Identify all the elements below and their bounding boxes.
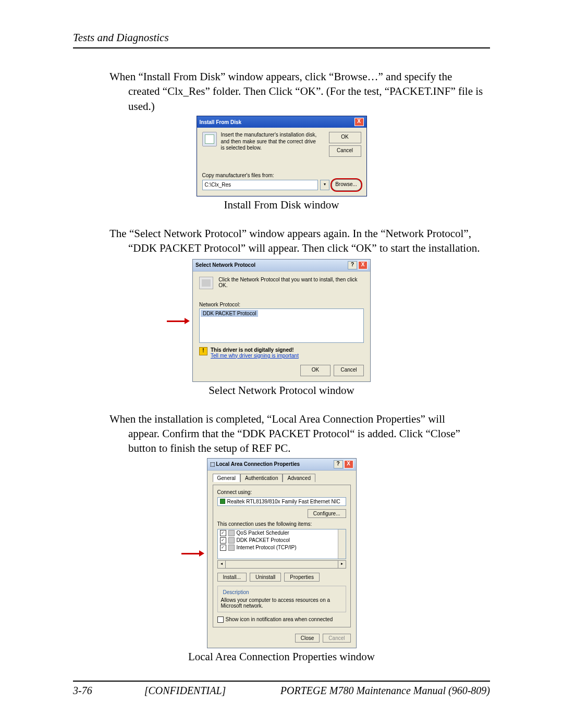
description-title: Description (222, 589, 250, 595)
description-text: Allows your computer to access resources… (221, 597, 342, 609)
item-icon (228, 530, 235, 536)
dialog-title: Select Network Protocol (195, 262, 255, 268)
help-icon[interactable]: ? (348, 261, 357, 269)
tab-advanced[interactable]: Advanced (283, 474, 315, 482)
list-item[interactable]: ✓ DDK PACKET Protocol (218, 537, 338, 544)
text: created “Clx_Res” folder. Then Click “OK… (109, 84, 490, 114)
select-network-protocol-dialog: Select Network Protocol ? X Click the Ne… (192, 259, 371, 382)
text: “DDK PACKET Protocol” will appear. Then … (109, 241, 490, 255)
checkbox-icon[interactable]: ✓ (220, 537, 226, 544)
nic-field: Realtek RTL8139/810x Family Fast Etherne… (217, 497, 346, 506)
scrollbar[interactable] (338, 529, 346, 559)
checkbox-icon[interactable]: ✓ (220, 530, 226, 536)
show-icon-label: Show icon in notification area when conn… (226, 616, 333, 622)
dialog-title: ⬚ Local Area Connection Properties (210, 461, 300, 467)
item-label: QoS Packet Scheduler (237, 530, 289, 536)
list-item[interactable]: ✓ Internet Protocol (TCP/IP) (218, 544, 338, 551)
close-icon[interactable]: X (354, 118, 364, 126)
copy-files-label: Copy manufacturer's files from: (202, 172, 361, 178)
configure-button[interactable]: Configure... (308, 509, 346, 518)
confidential-label: [CONFIDENTIAL] (92, 685, 280, 697)
protocol-icon (199, 277, 213, 289)
signing-link[interactable]: Tell me why driver signing is important (211, 353, 299, 359)
close-icon[interactable]: X (358, 261, 368, 269)
description-box: Description Allows your computer to acce… (217, 586, 346, 612)
items-listbox[interactable]: ✓ QoS Packet Scheduler ✓ DDK PACKET Prot… (217, 529, 346, 559)
item-label: Internet Protocol (TCP/IP) (237, 545, 297, 550)
horizontal-scrollbar[interactable]: ◂ ▸ (217, 560, 346, 569)
local-area-connection-dialog: ⬚ Local Area Connection Properties ? X G… (207, 458, 357, 648)
caption-snp: Select Network Protocol window (73, 384, 490, 397)
tab-authentication[interactable]: Authentication (240, 474, 283, 482)
nic-icon (220, 499, 225, 504)
scroll-right-icon[interactable]: ▸ (338, 560, 346, 569)
protocol-listbox[interactable]: DDK PACKET Protocol (199, 309, 364, 343)
properties-button[interactable]: Properties (284, 573, 320, 582)
paragraph-lacp: When the installation is completed, “Loc… (109, 412, 490, 456)
install-from-disk-dialog: Install From Disk X Insert the manufactu… (197, 116, 367, 196)
text: When the installation is completed, “Loc… (109, 413, 445, 425)
connect-using-label: Connect using: (217, 489, 346, 495)
manual-title: PORTEGE M780 Maintenance Manual (960-809… (280, 685, 490, 697)
list-item[interactable]: ✓ QoS Packet Scheduler (218, 529, 338, 537)
tab-general[interactable]: General (213, 474, 241, 482)
browse-button[interactable]: Browse... (332, 179, 361, 191)
paragraph-snp: The “Select Network Protocol” window app… (109, 226, 490, 256)
warning-text: This driver is not digitally signed! (211, 347, 293, 353)
scroll-track[interactable] (226, 560, 338, 569)
text: The “Select Network Protocol” window app… (109, 227, 471, 240)
item-icon (228, 537, 235, 544)
path-input[interactable]: C:\Clx_Res (202, 180, 318, 190)
show-icon-checkbox[interactable] (217, 616, 224, 623)
close-icon[interactable]: X (344, 460, 353, 468)
help-icon[interactable]: ? (334, 460, 343, 468)
checkbox-icon[interactable]: ✓ (220, 545, 226, 551)
ok-button[interactable]: OK (300, 365, 331, 376)
uninstall-button[interactable]: Uninstall (250, 573, 281, 582)
paragraph-ifd: When “Install From Disk” window appears,… (109, 69, 490, 114)
item-label: DDK PACKET Protocol (237, 537, 290, 543)
dialog-message: Click the Network Protocol that you want… (218, 277, 364, 288)
close-button[interactable]: Close (295, 634, 320, 643)
text: When “Install From Disk” window appears,… (109, 70, 452, 83)
page-header: Tests and Diagnostics (73, 31, 490, 48)
cancel-button: Cancel (323, 634, 350, 643)
disk-icon (202, 132, 217, 146)
dropdown-icon[interactable]: ▾ (320, 180, 329, 190)
page-number: 3-76 (73, 685, 92, 697)
cancel-button[interactable]: Cancel (334, 365, 364, 376)
ok-button[interactable]: OK (329, 132, 361, 143)
item-icon (228, 545, 235, 551)
cancel-button[interactable]: Cancel (329, 145, 361, 157)
caption-ifd: Install From Disk window (73, 199, 490, 212)
install-button[interactable]: Install... (217, 573, 247, 582)
dialog-title: Install From Disk (200, 119, 242, 125)
list-label: Network Protocol: (199, 302, 364, 307)
caption-lacp: Local Area Connection Properties window (73, 650, 490, 663)
dialog-message: Insert the manufacturer's installation d… (221, 132, 321, 152)
page-footer: 3-76 [CONFIDENTIAL] PORTEGE M780 Mainten… (73, 681, 490, 697)
scroll-left-icon[interactable]: ◂ (217, 560, 226, 569)
text: appear. Confirm that the “DDK PACKET Pro… (109, 426, 490, 456)
nic-name: Realtek RTL8139/810x Family Fast Etherne… (227, 499, 340, 504)
items-label: This connection uses the following items… (217, 521, 346, 527)
warning-icon: ! (199, 347, 207, 355)
list-item[interactable]: DDK PACKET Protocol (201, 310, 258, 317)
